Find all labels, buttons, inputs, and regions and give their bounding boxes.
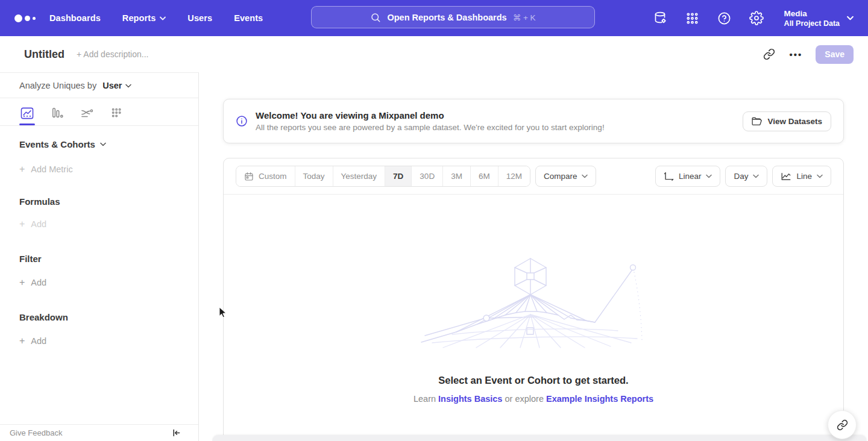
date-range-segmented-control: Custom Today Yesterday 7D 30D 3M 6M 12M — [236, 166, 530, 187]
nav-label: Dashboards — [49, 13, 101, 23]
chevron-down-icon — [847, 16, 854, 20]
chart-type-dropdown[interactable]: Line — [772, 166, 831, 187]
sidebar-footer: Give Feedback — [0, 424, 198, 441]
chevron-down-icon — [160, 16, 166, 20]
logo-dot — [25, 16, 30, 21]
empty-state-title: Select an Event or Cohort to get started… — [224, 375, 843, 386]
range-label: Today — [303, 172, 325, 181]
bar-chart-icon — [51, 107, 64, 119]
interval-dropdown[interactable]: Day — [725, 166, 767, 187]
add-breakdown-label: Add — [31, 336, 46, 346]
nav-label: Reports — [122, 13, 156, 23]
insights-basics-link[interactable]: Insights Basics — [438, 394, 502, 404]
add-filter-label: Add — [31, 278, 46, 287]
range-custom[interactable]: Custom — [236, 166, 295, 186]
bottom-panel-edge[interactable] — [212, 435, 867, 441]
example-reports-link[interactable]: Example Insights Reports — [546, 394, 653, 404]
report-header-actions: ••• Save — [762, 45, 854, 64]
interval-label: Day — [734, 172, 748, 181]
add-breakdown-button[interactable]: + Add — [19, 336, 198, 346]
nav-reports[interactable]: Reports — [122, 13, 166, 23]
share-link-fab[interactable] — [828, 410, 857, 439]
settings-gear-icon[interactable] — [749, 10, 764, 26]
view-datasets-button[interactable]: View Datasets — [743, 111, 831, 131]
add-description-field[interactable]: + Add description... — [77, 49, 148, 59]
chevron-down-icon — [125, 84, 131, 88]
nav-label: Users — [187, 13, 212, 23]
range-12m[interactable]: 12M — [498, 166, 530, 186]
formulas-label: Formulas — [19, 196, 60, 207]
dot-grid-icon — [111, 107, 124, 119]
range-7d[interactable]: 7D — [385, 166, 411, 186]
copy-link-icon[interactable] — [762, 47, 776, 61]
analyze-label: Analyze Uniques by — [19, 81, 96, 90]
collapse-sidebar-icon[interactable] — [171, 428, 181, 438]
analyze-value: User — [102, 81, 122, 90]
chart-type-tabs — [0, 98, 198, 126]
mixpanel-logo-icon[interactable] — [14, 14, 43, 22]
chevron-down-icon — [582, 174, 588, 178]
nav-events[interactable]: Events — [234, 13, 263, 23]
more-options-icon[interactable]: ••• — [790, 49, 803, 60]
global-search-input[interactable]: Open Reports & Dashboards ⌘ + K — [311, 6, 595, 28]
data-management-icon[interactable] — [653, 10, 668, 26]
range-label: 6M — [479, 172, 490, 181]
range-3m[interactable]: 3M — [442, 166, 470, 186]
tab-distribution[interactable] — [110, 107, 125, 125]
analyze-value-dropdown[interactable]: User — [102, 81, 131, 90]
plus-icon: + — [19, 164, 25, 175]
nav-users[interactable]: Users — [187, 13, 212, 23]
add-formula-button[interactable]: + Add — [19, 219, 198, 230]
axis-icon — [664, 172, 674, 181]
report-title[interactable]: Untitled — [24, 48, 64, 61]
tab-flows[interactable] — [80, 107, 95, 125]
calendar-icon — [244, 172, 254, 181]
range-label: Custom — [259, 172, 287, 181]
help-icon[interactable] — [717, 10, 732, 26]
chevron-down-icon — [706, 174, 712, 178]
line-chart-icon — [20, 107, 34, 119]
report-toolbar: Custom Today Yesterday 7D 30D 3M 6M 12M … — [224, 158, 843, 195]
top-nav: Dashboards Reports Users Events Open Rep… — [0, 0, 868, 36]
tab-bar-chart[interactable] — [49, 107, 65, 125]
main-content: Welcome! You are viewing a Mixpanel demo… — [199, 72, 868, 441]
learn-text: Learn — [414, 394, 436, 404]
range-label: Yesterday — [341, 172, 377, 181]
toolbar-right: Linear Day Line — [655, 166, 831, 187]
plus-icon: + — [19, 277, 25, 288]
breakdown-header: Breakdown — [19, 312, 198, 322]
banner-text: Welcome! You are viewing a Mixpanel demo… — [256, 110, 605, 132]
tab-line-chart[interactable] — [19, 107, 35, 125]
compare-dropdown[interactable]: Compare — [535, 166, 597, 187]
search-icon — [370, 12, 381, 23]
apps-grid-icon[interactable] — [685, 10, 700, 26]
nav-dashboards[interactable]: Dashboards — [49, 13, 101, 23]
range-30d[interactable]: 30D — [411, 166, 442, 186]
save-button[interactable]: Save — [816, 45, 854, 64]
scale-dropdown[interactable]: Linear — [655, 166, 721, 187]
add-metric-button[interactable]: + Add Metric — [19, 164, 198, 175]
link-icon — [837, 419, 848, 431]
range-label: 3M — [451, 172, 462, 181]
line-chart-icon — [781, 172, 791, 181]
events-cohorts-header[interactable]: Events & Cohorts — [19, 139, 198, 149]
connector-text: or explore — [505, 394, 543, 404]
nav-items: Dashboards Reports Users Events — [49, 13, 263, 23]
view-datasets-label: View Datasets — [767, 117, 822, 126]
project-selector[interactable]: Media All Project Data — [784, 8, 854, 28]
tab-underline — [49, 124, 65, 125]
report-card: Custom Today Yesterday 7D 30D 3M 6M 12M … — [223, 158, 844, 441]
add-metric-label: Add Metric — [31, 164, 72, 174]
welcome-banner: Welcome! You are viewing a Mixpanel demo… — [223, 99, 844, 143]
banner-subtitle: All the reports you see are powered by a… — [256, 123, 605, 132]
folder-icon — [752, 117, 762, 126]
range-6m[interactable]: 6M — [470, 166, 498, 186]
chevron-down-icon — [753, 174, 759, 178]
project-name: Media — [784, 8, 840, 19]
range-today[interactable]: Today — [295, 166, 333, 186]
breakdown-label: Breakdown — [19, 312, 68, 322]
give-feedback-link[interactable]: Give Feedback — [10, 428, 62, 437]
range-label: 30D — [420, 172, 435, 181]
add-filter-button[interactable]: + Add — [19, 277, 198, 288]
range-yesterday[interactable]: Yesterday — [333, 166, 385, 186]
